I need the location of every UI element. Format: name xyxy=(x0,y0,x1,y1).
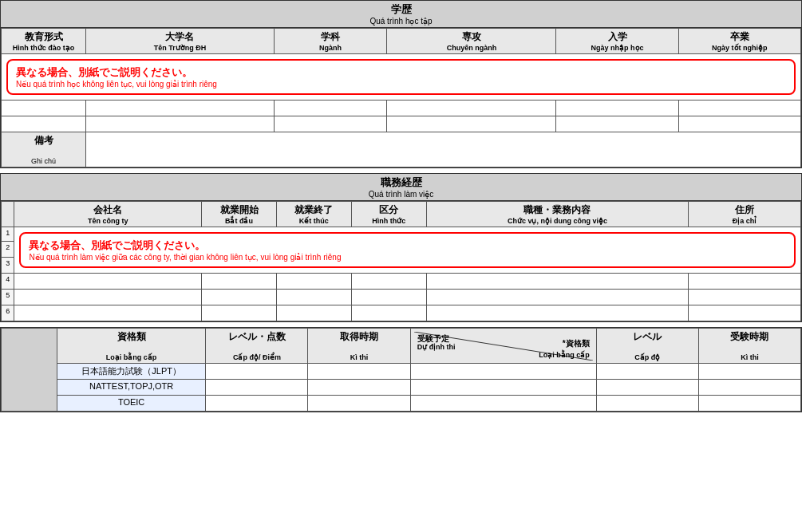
cert-jlpt-exam xyxy=(698,364,800,380)
edu-r1-c0 xyxy=(2,100,86,116)
edu-data-row-1 xyxy=(2,100,801,116)
cert-nattest-row: NATTEST,TOPJ,OTR xyxy=(2,380,801,396)
edu-r2-c1 xyxy=(86,116,275,132)
career-r4-c5 xyxy=(689,274,801,290)
career-header: 職務経歴 Quá trình làm việc xyxy=(1,174,801,201)
biko-row: 備考 Ghi chú xyxy=(2,132,801,167)
cert-col-level2: レベル Cấp độ xyxy=(596,329,698,364)
education-notice-ja: 異なる場合、別紙でご説明ください。 xyxy=(16,65,786,80)
certification-section: 資格類 Loại bằng cấp レベル・点数 Cấp độ/ Điểm 取得… xyxy=(0,327,802,412)
career-r6-c5 xyxy=(689,305,801,321)
career-col-0: 会社名 Tên công ty xyxy=(14,202,202,227)
edu-col-1: 大学名 Tên Trường ĐH xyxy=(86,29,275,54)
cert-toeic-level xyxy=(206,396,308,412)
career-r5-c2 xyxy=(276,290,351,305)
career-notice-row: 1 異なる場合、別紙でご説明ください。 Nếu quá trình làm vi… xyxy=(2,227,801,242)
education-table: 教育形式 Hình thức đào tạo 大学名 Tên Trường ĐH… xyxy=(1,28,801,167)
career-num-1: 1 xyxy=(2,227,14,242)
edu-r1-c4 xyxy=(556,100,678,116)
education-notice-vi: Nếu quá trình học không liên tục, vui lò… xyxy=(16,80,786,89)
cert-nattest-planned xyxy=(410,380,596,396)
cert-nattest-name: NATTEST,TOPJ,OTR xyxy=(57,380,205,396)
cert-col-planned: 受験予定 Dự định thi *資格類 Loại bằng cấp xyxy=(410,329,596,364)
edu-r2-c0 xyxy=(2,116,86,132)
career-num-2: 2 xyxy=(2,242,14,258)
education-notice-box: 異なる場合、別紙でご説明ください。 Nếu quá trình học khôn… xyxy=(6,59,796,95)
career-r5-c1 xyxy=(202,290,277,305)
career-r5-c3 xyxy=(351,290,426,305)
cert-table: 資格類 Loại bằng cấp レベル・点数 Cấp độ/ Điểm 取得… xyxy=(1,328,801,412)
edu-r1-c2 xyxy=(274,100,386,116)
education-title-vi: Quá trình học tập xyxy=(1,17,801,26)
career-row-5: 5 xyxy=(2,290,801,305)
cert-col-level: レベル・点数 Cấp độ/ Điểm xyxy=(206,329,308,364)
career-row-4: 4 xyxy=(2,274,801,290)
career-num-3: 3 xyxy=(2,258,14,274)
cert-qual-label-vi: Loại bằng cấp xyxy=(539,351,590,359)
edu-col-2: 学科 Ngành xyxy=(274,29,386,54)
career-r4-c2 xyxy=(276,274,351,290)
cert-jlpt-level2 xyxy=(596,364,698,380)
cert-jlpt-name: 日本語能力試験（JLPT） xyxy=(57,364,205,380)
cert-nattest-level2 xyxy=(596,380,698,396)
career-section: 職務経歴 Quá trình làm việc 会社名 Tên công ty … xyxy=(0,173,802,322)
edu-r2-c5 xyxy=(678,116,800,132)
career-col-5: 住所 Địa chỉ xyxy=(689,202,801,227)
education-col-headers: 教育形式 Hình thức đào tạo 大学名 Tên Trường ĐH… xyxy=(2,29,801,54)
career-num-4: 4 xyxy=(2,274,14,290)
career-r6-c2 xyxy=(276,305,351,321)
edu-data-row-2 xyxy=(2,116,801,132)
edu-r1-c3 xyxy=(387,100,556,116)
cert-toeic-level2 xyxy=(596,396,698,412)
career-col-4: 職種・業務内容 Chức vụ, nội dung công việc xyxy=(426,202,689,227)
cert-jlpt-acquired xyxy=(308,364,410,380)
career-notice-cell: 異なる場合、別紙でご説明ください。 Nếu quá trình làm việc… xyxy=(14,227,801,274)
biko-content xyxy=(86,132,801,167)
cert-nattest-exam xyxy=(698,380,800,396)
career-col-3: 区分 Hình thức xyxy=(351,202,426,227)
career-r4-c4 xyxy=(426,274,689,290)
edu-r2-c3 xyxy=(387,116,556,132)
cert-nattest-acquired xyxy=(308,380,410,396)
education-title-ja: 学歴 xyxy=(1,2,801,17)
cert-col-exam-time: 受験時期 Kì thi xyxy=(698,329,800,364)
career-r5-c5 xyxy=(689,290,801,305)
edu-r1-c1 xyxy=(86,100,275,116)
career-num-6: 6 xyxy=(2,305,14,321)
cert-jlpt-row: 日本語能力試験（JLPT） xyxy=(2,364,801,380)
education-header: 学歴 Quá trình học tập xyxy=(1,1,801,28)
edu-col-0: 教育形式 Hình thức đào tạo xyxy=(2,29,86,54)
career-row-6: 6 xyxy=(2,305,801,321)
edu-r1-c5 xyxy=(678,100,800,116)
career-notice-vi: Nếu quá trình làm việc giữa các công ty,… xyxy=(29,253,786,262)
edu-col-4: 入学 Ngày nhập học xyxy=(556,29,678,54)
cert-jlpt-planned xyxy=(410,364,596,380)
career-col-1: 就業開始 Bắt đầu xyxy=(202,202,277,227)
cert-toeic-planned xyxy=(410,396,596,412)
career-r6-c1 xyxy=(202,305,277,321)
career-r5-c0 xyxy=(14,290,202,305)
cert-jlpt-level xyxy=(206,364,308,380)
career-r4-c0 xyxy=(14,274,202,290)
cert-qual-label-ja: *資格類 xyxy=(563,338,590,349)
career-r6-c0 xyxy=(14,305,202,321)
cert-header-row: 資格類 Loại bằng cấp レベル・点数 Cấp độ/ Điểm 取得… xyxy=(2,329,801,364)
edu-r2-c4 xyxy=(556,116,678,132)
edu-col-3: 専攻 Chuyên ngành xyxy=(387,29,556,54)
career-r6-c4 xyxy=(426,305,689,321)
education-section: 学歴 Quá trình học tập 教育形式 Hình thức đào … xyxy=(0,0,802,168)
career-title-ja: 職務経歴 xyxy=(1,175,801,190)
education-notice-cell: 異なる場合、別紙でご説明ください。 Nếu quá trình học khôn… xyxy=(2,54,801,100)
cert-nattest-level xyxy=(206,380,308,396)
cert-planned-label-vi: Dự định thi xyxy=(417,343,456,351)
career-title-vi: Quá trình làm việc xyxy=(1,190,801,199)
biko-label: 備考 Ghi chú xyxy=(2,132,86,167)
career-r4-c1 xyxy=(202,274,277,290)
career-r5-c4 xyxy=(426,290,689,305)
cert-toeic-name: TOEIC xyxy=(57,396,205,412)
career-notice-box: 異なる場合、別紙でご説明ください。 Nếu quá trình làm việc… xyxy=(19,232,796,268)
cert-col-acquired: 取得時期 Kì thi xyxy=(308,329,410,364)
cert-toeic-row: TOEIC xyxy=(2,396,801,412)
career-notice-ja: 異なる場合、別紙でご説明ください。 xyxy=(29,238,786,253)
cert-left-label xyxy=(2,329,57,412)
